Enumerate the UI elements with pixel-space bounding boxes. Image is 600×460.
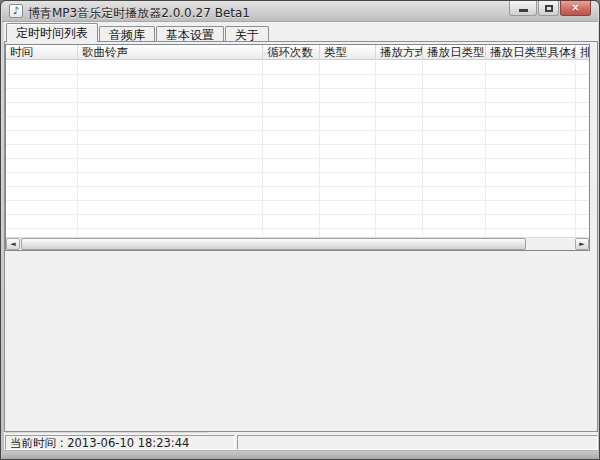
column-header[interactable]: 类型	[320, 45, 376, 60]
horizontal-scrollbar[interactable]: ◄ ►	[6, 237, 589, 250]
column-header[interactable]: 播放方式	[376, 45, 423, 60]
tab-bar: 定时时间列表音频库基本设置关于	[6, 23, 270, 42]
tab-4[interactable]: 关于	[225, 26, 269, 42]
tab-1[interactable]: 定时时间列表	[6, 23, 98, 42]
statusbar: 当前时间 : 2013-06-10 18:23:44	[4, 433, 598, 451]
grid-line	[485, 61, 486, 237]
column-header[interactable]: 歌曲铃声	[78, 45, 263, 60]
table-body[interactable]	[6, 61, 589, 237]
app-window: ♪ 博青MP3音乐定时播放器2.0.0.27 Beta1 × 定时时间列表音频库…	[0, 0, 600, 460]
scrollbar-thumb[interactable]	[21, 238, 526, 250]
column-header[interactable]: 时间	[6, 45, 78, 60]
grid-line	[422, 61, 423, 237]
titlebar[interactable]: ♪ 博青MP3音乐定时播放器2.0.0.27 Beta1 ×	[2, 1, 598, 22]
schedule-table[interactable]: 时间歌曲铃声循环次数类型播放方式播放日类型播放日类型具体参数排除节假日 ◄ ►	[5, 44, 590, 251]
column-header[interactable]: 循环次数	[263, 45, 320, 60]
column-header[interactable]: 播放日类型	[423, 45, 486, 60]
status-panel-empty	[237, 435, 598, 450]
window-title: 博青MP3音乐定时播放器2.0.0.27 Beta1	[28, 5, 250, 22]
window-controls: ×	[508, 1, 591, 16]
minimize-button[interactable]	[509, 1, 537, 16]
window-bottom-frame	[2, 450, 598, 459]
current-time-text: 当前时间 : 2013-06-10 18:23:44	[10, 436, 189, 450]
column-header[interactable]: 播放日类型具体参数	[486, 45, 576, 60]
column-header[interactable]: 排除节假日	[576, 45, 589, 60]
maximize-button[interactable]	[538, 1, 559, 16]
close-button[interactable]: ×	[560, 1, 591, 16]
maximize-icon	[545, 5, 553, 12]
grid-line	[262, 61, 263, 237]
scrollbar-track[interactable]	[20, 238, 575, 250]
grid-line	[375, 61, 376, 237]
grid-line	[319, 61, 320, 237]
grid-line	[77, 61, 78, 237]
app-icon: ♪	[9, 4, 23, 18]
minimize-icon	[519, 9, 528, 12]
scroll-right-arrow[interactable]: ►	[575, 238, 589, 250]
tab-3[interactable]: 基本设置	[156, 26, 224, 42]
tab-2[interactable]: 音频库	[99, 26, 155, 42]
grid-line	[575, 61, 576, 237]
table-header: 时间歌曲铃声循环次数类型播放方式播放日类型播放日类型具体参数排除节假日	[6, 45, 589, 60]
status-panel-time: 当前时间 : 2013-06-10 18:23:44	[5, 435, 235, 450]
scroll-left-arrow[interactable]: ◄	[6, 238, 20, 250]
